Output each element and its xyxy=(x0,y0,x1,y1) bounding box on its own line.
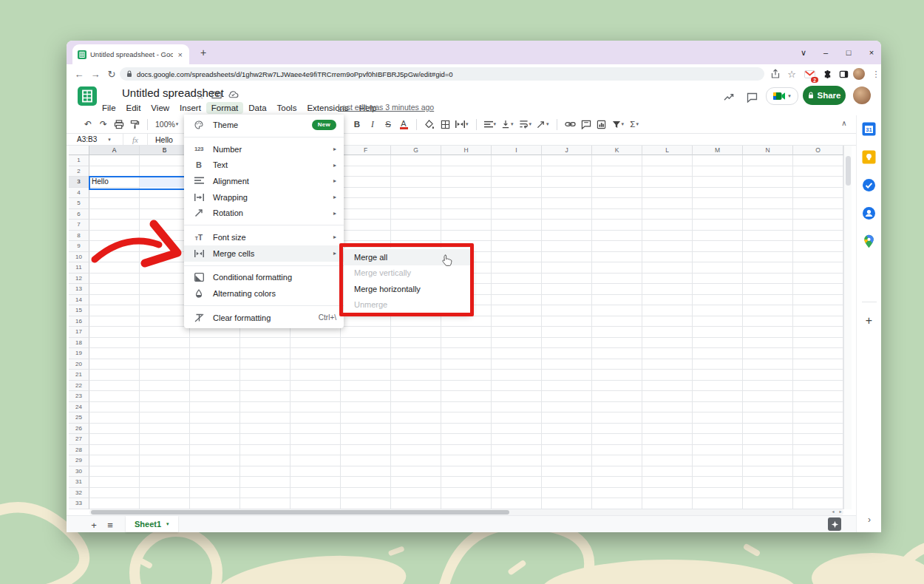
row-header-9[interactable]: 9 xyxy=(69,241,89,252)
row-header-25[interactable]: 25 xyxy=(69,412,89,424)
meet-button[interactable]: ▾ xyxy=(766,87,798,105)
row-header-2[interactable]: 2 xyxy=(69,166,89,177)
menu-item-rotation[interactable]: Rotation▸ xyxy=(184,205,344,221)
row-header-13[interactable]: 13 xyxy=(69,284,89,295)
back-icon[interactable]: ← xyxy=(72,67,86,81)
gmail-icon[interactable]: 2 xyxy=(803,67,816,81)
grid-row[interactable] xyxy=(89,402,843,413)
menu-item-alternating-colors[interactable]: Alternating colors xyxy=(184,285,344,302)
text-color-icon[interactable]: A xyxy=(398,118,409,131)
menu-item-theme[interactable]: ThemeNew xyxy=(184,117,344,133)
comment-icon[interactable] xyxy=(747,92,758,103)
star-icon[interactable]: ☆ xyxy=(196,90,205,101)
column-header-b[interactable]: B xyxy=(140,146,190,155)
row-header-27[interactable]: 27 xyxy=(69,434,89,445)
browser-profile-avatar[interactable] xyxy=(853,68,865,80)
row-header-29[interactable]: 29 xyxy=(69,455,89,466)
column-header-j[interactable]: J xyxy=(542,146,592,155)
row-header-21[interactable]: 21 xyxy=(69,370,89,381)
window-minimize-button[interactable]: – xyxy=(817,44,835,61)
row-header-30[interactable]: 30 xyxy=(69,466,89,478)
insert-link-icon[interactable] xyxy=(565,118,576,131)
column-header-m[interactable]: M xyxy=(693,146,743,155)
row-header-20[interactable]: 20 xyxy=(69,359,89,370)
row-header-10[interactable]: 10 xyxy=(69,252,89,263)
column-header-h[interactable]: H xyxy=(441,146,492,155)
row-header-17[interactable]: 17 xyxy=(69,327,89,338)
row-header-8[interactable]: 8 xyxy=(69,231,89,242)
vertical-scrollbar-thumb[interactable] xyxy=(846,156,851,186)
menu-tools[interactable]: Tools xyxy=(272,102,302,114)
row-header-5[interactable]: 5 xyxy=(69,198,89,209)
grid-row[interactable] xyxy=(89,424,843,435)
new-tab-button[interactable]: + xyxy=(197,46,210,59)
row-header-14[interactable]: 14 xyxy=(69,295,89,306)
collapse-toolbar-icon[interactable]: ∧ xyxy=(838,117,850,129)
row-header-24[interactable]: 24 xyxy=(69,402,89,413)
grid-row[interactable] xyxy=(89,327,843,338)
horizontal-scrollbar-thumb[interactable] xyxy=(91,510,509,515)
vertical-align-icon[interactable]: ▾ xyxy=(501,118,514,131)
cloud-status-icon[interactable] xyxy=(228,90,239,98)
menu-item-clear-formatting[interactable]: Clear formattingCtrl+\ xyxy=(184,310,344,326)
menu-view[interactable]: View xyxy=(146,102,174,114)
grid-row[interactable] xyxy=(89,498,843,509)
row-header-18[interactable]: 18 xyxy=(69,338,89,349)
formula-input[interactable]: Hello xyxy=(155,135,173,144)
address-bar[interactable]: docs.google.com/spreadsheets/d/1ghw2Rw7L… xyxy=(120,67,764,81)
row-header-19[interactable]: 19 xyxy=(69,348,89,359)
merge-cells-toolbar-icon[interactable]: ▾ xyxy=(455,118,469,131)
row-header-1[interactable]: 1 xyxy=(69,155,89,166)
calendar-icon[interactable]: 31 xyxy=(860,120,878,137)
insights-icon[interactable] xyxy=(723,92,735,102)
maps-icon[interactable] xyxy=(860,232,878,250)
add-sheet-icon[interactable]: + xyxy=(87,518,101,532)
last-edit-link[interactable]: Last edit was 3 minutes ago xyxy=(338,103,434,112)
extensions-puzzle-icon[interactable] xyxy=(821,67,834,81)
explore-button[interactable] xyxy=(828,517,841,531)
move-folder-icon[interactable] xyxy=(211,90,222,99)
zoom-select[interactable]: 100%▾ xyxy=(155,118,178,131)
scroll-left-arrow-icon[interactable]: ◂ xyxy=(829,507,837,515)
column-header-g[interactable]: G xyxy=(391,146,441,155)
grid-row[interactable] xyxy=(89,477,843,488)
menu-format[interactable]: Format xyxy=(206,102,243,114)
menu-data[interactable]: Data xyxy=(243,102,271,114)
menu-insert[interactable]: Insert xyxy=(174,102,206,114)
sheets-logo-icon[interactable] xyxy=(78,86,97,109)
horizontal-align-icon[interactable]: ▾ xyxy=(484,118,497,131)
horizontal-scrollbar[interactable] xyxy=(89,509,843,515)
menu-item-wrapping[interactable]: Wrapping▸ xyxy=(184,189,344,206)
name-box[interactable]: A3:B3 ▾ xyxy=(67,135,123,143)
row-header-31[interactable]: 31 xyxy=(69,477,89,488)
document-title[interactable]: Untitled spreadsheet xyxy=(122,86,224,99)
filter-icon[interactable]: ▾ xyxy=(612,118,625,131)
grid-row[interactable] xyxy=(89,338,843,349)
cell-a3[interactable]: Hello xyxy=(92,177,109,188)
row-header-22[interactable]: 22 xyxy=(69,381,89,392)
insert-comment-icon[interactable] xyxy=(581,118,591,131)
undo-icon[interactable]: ↶ xyxy=(83,118,93,131)
grid-row[interactable] xyxy=(89,445,843,456)
text-rotation-icon[interactable]: ▾ xyxy=(537,118,549,131)
grid-row[interactable] xyxy=(89,488,843,499)
bookmark-star-icon[interactable]: ☆ xyxy=(785,67,798,81)
strikethrough-icon[interactable]: S xyxy=(383,118,393,131)
share-button[interactable]: Share xyxy=(803,86,846,105)
get-addons-plus-icon[interactable]: + xyxy=(866,314,872,327)
column-header-o[interactable]: O xyxy=(793,146,843,155)
redo-icon[interactable]: ↷ xyxy=(98,118,109,131)
reload-icon[interactable]: ↻ xyxy=(105,67,118,81)
row-header-16[interactable]: 16 xyxy=(69,316,89,327)
window-maximize-button[interactable]: □ xyxy=(840,44,857,61)
text-wrap-icon[interactable]: ▾ xyxy=(519,118,532,131)
show-side-panel-icon[interactable]: › xyxy=(863,514,875,526)
browser-tab[interactable]: Untitled spreadsheet - Google S × xyxy=(72,44,189,64)
contacts-icon[interactable] xyxy=(860,204,878,222)
menu-item-alignment[interactable]: Alignment▸ xyxy=(184,173,344,189)
tasks-icon[interactable] xyxy=(860,176,878,194)
grid-row[interactable] xyxy=(89,466,843,478)
all-sheets-icon[interactable]: ≡ xyxy=(103,518,117,532)
tab-search-chevron-icon[interactable]: ∨ xyxy=(795,44,812,61)
italic-icon[interactable]: I xyxy=(367,118,378,131)
